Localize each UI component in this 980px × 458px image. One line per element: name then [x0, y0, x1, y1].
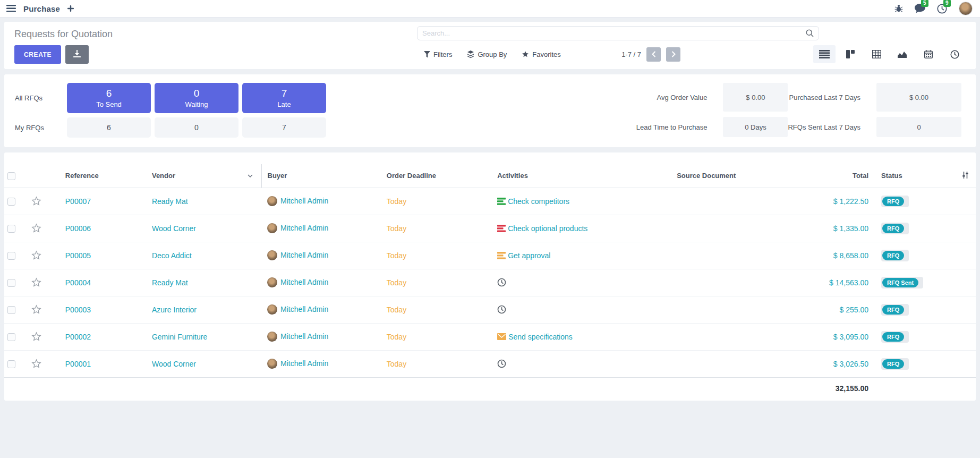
app-name[interactable]: Purchase [23, 4, 60, 13]
buyer-name: Mitchell Admin [280, 224, 328, 232]
favorite-star-icon[interactable] [31, 223, 41, 233]
calendar-view-button[interactable] [917, 45, 940, 63]
activity-cell[interactable]: Check optional products [497, 224, 674, 233]
vendor-link: Ready Mat [152, 197, 188, 206]
kanban-view-button[interactable] [839, 45, 862, 63]
header-vendor[interactable]: Vendor [131, 164, 261, 188]
metric-value[interactable]: $ 0.00 [876, 83, 961, 112]
filters-button[interactable]: Filters [424, 50, 452, 58]
kpi-waiting[interactable]: 0 Waiting [155, 83, 238, 113]
favorite-star-icon[interactable] [31, 277, 41, 287]
download-icon [73, 50, 81, 59]
purchase-app-page: Purchase 5 9 [0, 0, 980, 458]
buyer-avatar [267, 304, 277, 315]
pager-next-button[interactable] [666, 47, 680, 62]
status-cell: RFQ [881, 358, 909, 370]
table-row[interactable]: P00006 Wood Corner Mitchell Admin Today [4, 215, 976, 242]
order-deadline: Today [387, 197, 406, 206]
reference-link: P00007 [65, 197, 91, 206]
select-all-checkbox[interactable] [7, 172, 15, 180]
pager-previous-button[interactable] [646, 47, 661, 62]
reference-link: P00001 [65, 360, 91, 368]
status-badge: RFQ Sent [882, 278, 918, 287]
favorite-star-icon[interactable] [31, 332, 41, 342]
row-checkbox[interactable] [7, 198, 15, 206]
pivot-view-button[interactable] [865, 45, 888, 63]
plus-icon[interactable] [67, 5, 74, 12]
activity-cell[interactable] [497, 359, 674, 368]
row-checkbox[interactable] [7, 252, 15, 260]
favorites-button[interactable]: Favorites [522, 50, 560, 58]
optional-columns-icon[interactable] [961, 171, 969, 179]
apps-menu-icon[interactable] [6, 5, 16, 12]
activity-view-button[interactable] [943, 45, 966, 63]
envelope-icon [497, 333, 506, 340]
graph-view-button[interactable] [891, 45, 914, 63]
create-button[interactable]: CREATE [14, 45, 61, 64]
buyer-name: Mitchell Admin [280, 359, 328, 368]
row-checkbox[interactable] [7, 333, 15, 341]
metric-value[interactable]: $ 0.00 [723, 83, 788, 112]
header-buyer[interactable]: Buyer [261, 164, 384, 188]
header-total[interactable]: Total [790, 164, 876, 188]
status-cell: RFQ [881, 331, 909, 343]
search-input[interactable] [422, 29, 806, 37]
metric-value[interactable]: 0 [876, 117, 961, 137]
user-avatar[interactable] [959, 2, 973, 15]
header-source-document[interactable]: Source Document [674, 164, 790, 188]
header-status[interactable]: Status [876, 164, 944, 188]
favorite-star-icon[interactable] [31, 196, 41, 206]
search-icon[interactable] [806, 29, 814, 37]
vendor-link: Azure Interior [152, 306, 197, 314]
table-row[interactable]: P00005 Deco Addict Mitchell Admin Today [4, 242, 976, 269]
list-view-button[interactable] [813, 45, 836, 63]
favorite-star-icon[interactable] [31, 359, 41, 369]
row-checkbox[interactable] [7, 360, 15, 368]
table-row[interactable]: P00002 Gemini Furniture Mitchell Admin T… [4, 323, 976, 350]
table-row[interactable]: P00004 Ready Mat Mitchell Admin Today [4, 269, 976, 296]
group-by-button[interactable]: Group By [467, 50, 507, 58]
kpi-my-to-send[interactable]: 6 [67, 117, 151, 138]
activities-clock-icon[interactable]: 9 [937, 4, 947, 14]
messages-icon[interactable]: 5 [915, 4, 925, 13]
status-cell: RFQ Sent [881, 277, 923, 289]
metric-label: Avg Order Value [636, 94, 723, 101]
export-button[interactable] [65, 45, 89, 64]
buyer-name: Mitchell Admin [280, 332, 328, 341]
kpi-to-send[interactable]: 6 To Send [67, 83, 151, 113]
vendor-link: Wood Corner [152, 224, 196, 233]
total-amount: $ 255.00 [840, 306, 869, 314]
view-switcher [813, 45, 966, 63]
activity-cell[interactable] [497, 305, 674, 314]
header-reference[interactable]: Reference [50, 164, 131, 188]
table-header-row: Reference Vendor Buyer Order Deadline Ac… [4, 164, 976, 188]
activity-cell[interactable]: Get approval [497, 251, 674, 260]
rfq-counters: All RFQs 6 To Send 0 Waiting 7 Late My R… [14, 83, 326, 138]
table-row[interactable]: P00003 Azure Interior Mitchell Admin Tod… [4, 296, 976, 323]
kpi-late[interactable]: 7 Late [242, 83, 326, 113]
activity-cell[interactable]: Check competitors [497, 197, 674, 206]
status-badge: RFQ [882, 305, 904, 315]
debug-bug-icon[interactable] [894, 4, 903, 13]
kpi-my-late[interactable]: 7 [242, 117, 326, 138]
activities-count-badge: 9 [943, 0, 951, 7]
clock-icon [497, 278, 506, 287]
row-checkbox[interactable] [7, 225, 15, 233]
status-badge: RFQ [882, 359, 904, 369]
favorite-star-icon[interactable] [31, 304, 41, 315]
row-checkbox[interactable] [7, 279, 15, 287]
metric-value[interactable]: 0 Days [723, 117, 788, 137]
order-deadline: Today [387, 333, 406, 341]
header-activities[interactable]: Activities [495, 164, 674, 188]
header-order-deadline[interactable]: Order Deadline [384, 164, 495, 188]
kpi-my-waiting[interactable]: 0 [155, 117, 238, 138]
table-row[interactable]: P00007 Ready Mat Mitchell Admin Today [4, 188, 976, 215]
table-row[interactable]: P00001 Wood Corner Mitchell Admin Today [4, 350, 976, 377]
clock-icon [497, 359, 506, 368]
status-cell: RFQ [881, 250, 909, 261]
favorite-star-icon[interactable] [31, 250, 41, 260]
activity-cell[interactable] [497, 278, 674, 287]
row-checkbox[interactable] [7, 306, 15, 314]
activity-cell[interactable]: Send specifications [497, 333, 674, 341]
tasks-icon [497, 198, 506, 205]
